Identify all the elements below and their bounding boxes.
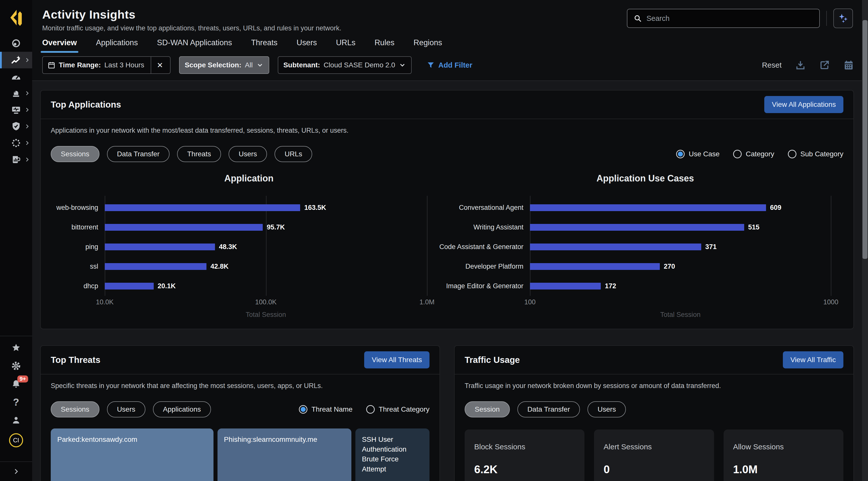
app-logo[interactable] [0,0,32,35]
bar[interactable] [530,243,701,250]
stat-value: 6.2K [474,463,575,476]
download-icon[interactable] [795,60,806,70]
stat-label: Alert Sessions [603,443,704,451]
bar-value-label: 172 [605,282,616,290]
reset-button[interactable]: Reset [762,61,782,69]
card-description: Specific threats in your network that ar… [51,382,430,390]
category-label: Code Assistant & Generator [447,237,530,257]
help-icon[interactable]: ? [13,397,19,407]
radio-option-category[interactable]: Category [733,150,774,158]
sidebar-item-security-services[interactable] [0,118,32,135]
metric-pill-data-transfer[interactable]: Data Transfer [517,401,580,417]
threat-card-parked-kentonsawdy-com[interactable]: Parked:kentonsawdy.com [51,428,214,481]
category-label: dhcp [51,276,105,296]
scope-selection-filter-chip[interactable]: Scope Selection: All [179,56,269,74]
tab-users[interactable]: Users [297,38,317,53]
traffic-usage-card: Traffic Usage View All Traffic Traffic u… [454,345,854,481]
close-icon[interactable]: ✕ [155,61,165,70]
bar[interactable] [530,224,744,231]
bar-value-label: 20.1K [158,282,176,290]
bar[interactable] [530,204,766,211]
main-area: Activity Insights Monitor traffic usage,… [32,0,862,481]
tab-applications[interactable]: Applications [96,38,138,53]
bar[interactable] [105,263,207,270]
subtenant-filter-chip[interactable]: Subtenant: Cloud SASE Demo 2.0 [278,56,412,74]
user-profile-icon[interactable] [11,415,21,425]
metric-pill-applications[interactable]: Applications [153,401,211,417]
share-icon[interactable] [819,60,830,70]
add-filter-button[interactable]: Add Filter [427,61,472,69]
metric-pill-session[interactable]: Session [465,401,510,417]
chart-title: Application Use Cases [447,173,843,184]
metric-pill-sessions[interactable]: Sessions [51,146,99,162]
metric-pill-users[interactable]: Users [228,146,267,162]
bar-row: 270 [530,257,831,276]
scrollbar-thumb[interactable] [863,20,868,259]
page-header: Activity Insights Monitor traffic usage,… [32,0,862,34]
bar[interactable] [530,283,601,290]
tab-urls[interactable]: URLs [336,38,355,53]
settings-gear-icon[interactable] [11,361,21,371]
metric-pill-users[interactable]: Users [107,401,146,417]
favorites-star-icon[interactable] [11,343,21,353]
radio-option-threat-category[interactable]: Threat Category [366,405,430,414]
notifications-bell-icon[interactable]: 9+ [11,379,21,389]
radio-option-sub-category[interactable]: Sub Category [788,150,843,158]
bar-row: 609 [530,198,831,217]
view-all-threats-button[interactable]: View All Threats [364,351,430,368]
threat-card-ssh-user-authentication-brute-force-attempt[interactable]: SSH User Authentication Brute Force Atte… [355,428,430,481]
sidebar-item-command-center[interactable] [0,35,32,52]
sidebar-item-reports[interactable] [0,151,32,168]
stat-card-alert-sessions[interactable]: Alert Sessions 0 [594,429,714,481]
stat-card-allow-sessions[interactable]: Allow Sessions 1.0M [723,429,843,481]
metric-pills: SessionsUsersApplications [51,401,211,417]
metric-pill-users[interactable]: Users [587,401,626,417]
radio-option-threat-name[interactable]: Threat Name [299,405,352,414]
sidebar-item-network-monitor[interactable] [0,101,32,118]
metric-pill-urls[interactable]: URLs [275,146,312,162]
metric-pill-threats[interactable]: Threats [177,146,221,162]
sidebar-item-workflows[interactable] [0,135,32,151]
search-box[interactable] [627,9,820,28]
stat-card-block-sessions[interactable]: Block Sessions 6.2K [465,429,584,481]
application-chart: Application web-browsingbittorrentpingss… [51,169,447,319]
view-all-applications-button[interactable]: View All Applications [764,96,843,113]
sidebar-item-activity-insights[interactable] [0,52,32,68]
bar[interactable] [105,204,300,211]
metric-pill-sessions[interactable]: Sessions [51,401,99,417]
bar[interactable] [105,224,263,231]
ai-copilot-button[interactable] [833,8,853,28]
tab-threats[interactable]: Threats [251,38,278,53]
bar-value-label: 42.8K [211,263,228,270]
threat-card-phishing-slearncommnuity-me[interactable]: Phishing:slearncommnuity.me [217,428,351,481]
sidebar-expand-button[interactable] [0,461,32,481]
view-all-traffic-button[interactable]: View All Traffic [783,351,843,368]
tab-regions[interactable]: Regions [414,38,442,53]
tab-rules[interactable]: Rules [374,38,394,53]
search-icon [633,14,642,23]
tenant-avatar[interactable]: CI [9,433,23,447]
category-label: ssl [51,257,105,276]
sidebar-item-incidents-alerts[interactable] [0,85,32,101]
chevron-right-icon [24,140,30,146]
bar-value-label: 48.3K [219,243,237,251]
chart-gridline [427,196,428,296]
time-range-filter-chip[interactable]: Time Range: Last 3 Hours ✕ [42,56,170,74]
radio-icon [299,405,307,414]
bar[interactable] [105,243,215,250]
schedule-calendar-icon[interactable] [843,60,854,70]
metric-pill-data-transfer[interactable]: Data Transfer [107,146,170,162]
page-scrollbar[interactable] [862,0,868,481]
radio-option-use-case[interactable]: Use Case [676,150,719,158]
filter-funnel-icon [427,61,435,69]
bar[interactable] [105,283,154,290]
search-input[interactable] [647,14,813,23]
sidebar-item-dashboards[interactable] [0,68,32,85]
top-threats-card: Top Threats View All Threats Specific th… [40,345,440,481]
tab-sd-wan-applications[interactable]: SD-WAN Applications [157,38,232,53]
bar[interactable] [530,263,660,270]
x-axis-tick: 1000 [823,298,838,306]
category-label: Developer Platform [447,257,530,276]
tab-overview[interactable]: Overview [42,38,77,53]
radio-icon [788,150,797,158]
